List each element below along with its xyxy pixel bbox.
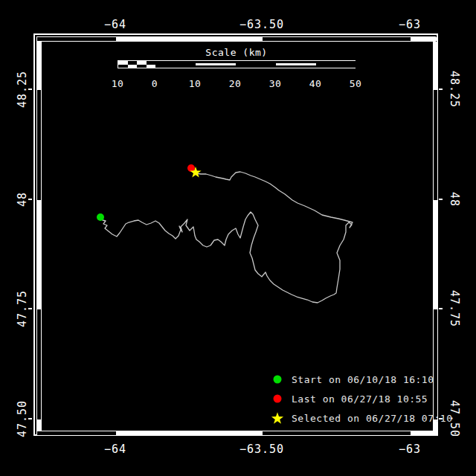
legend-label: Start on 06/10/18 16:10	[292, 374, 434, 385]
tick-mark	[439, 89, 443, 90]
star-glyph	[271, 412, 283, 423]
legend-label: Selected on 06/27/18 07:10	[292, 413, 453, 424]
tick-mark	[439, 199, 443, 200]
legend: Start on 06/10/18 16:10 Last on 06/27/18…	[271, 370, 453, 428]
circle-glyph	[274, 395, 282, 403]
tick-mark	[28, 308, 32, 309]
tick-mark	[28, 418, 32, 419]
legend-item-selected: Selected on 06/27/18 07:10	[271, 408, 453, 428]
tick-mark	[28, 89, 32, 90]
legend-item-last: Last on 06/27/18 10:55	[271, 389, 453, 408]
tick-mark	[439, 308, 443, 309]
track-path[interactable]	[100, 169, 353, 303]
start-marker-icon	[271, 373, 284, 386]
tick-mark	[439, 418, 443, 419]
legend-label: Last on 06/27/18 10:55	[292, 393, 428, 405]
tick-mark	[28, 199, 32, 200]
circle-glyph	[274, 376, 282, 384]
selected-star-icon	[271, 411, 284, 425]
last-marker-icon	[271, 392, 284, 405]
start-marker[interactable]	[97, 213, 104, 221]
map-plot: −64 −63.50 −63 −64 −63.50 −63 48.25 48 4…	[0, 0, 476, 476]
legend-item-start: Start on 06/10/18 16:10	[271, 370, 453, 389]
